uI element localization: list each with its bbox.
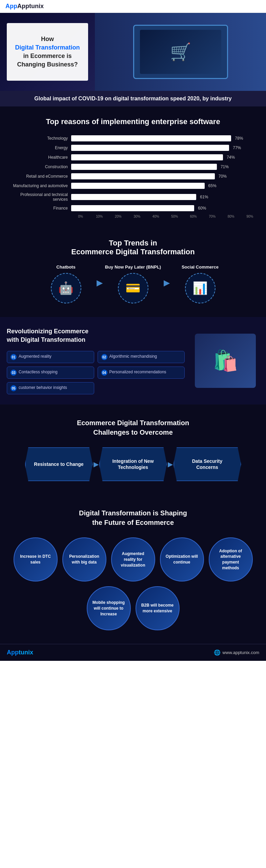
bar-chart: Technology 78% Energy 77% Healthcare 74%… bbox=[7, 135, 259, 211]
bar-fill: 78% bbox=[71, 135, 231, 141]
bar-label: Energy bbox=[10, 145, 71, 150]
bar-fill: 65% bbox=[71, 183, 205, 189]
challenge-text: Resistance to Change bbox=[27, 461, 90, 467]
bar-container: 65% bbox=[71, 183, 256, 189]
challenges-title: Ecommerce Digital TransformationChalleng… bbox=[7, 418, 259, 437]
hero-background: 🛒 bbox=[95, 13, 266, 91]
future-section: Digital Transformation is Shapingthe Fut… bbox=[0, 495, 266, 644]
trend-circle: 🤖 bbox=[51, 273, 81, 303]
challenge-item: Integration of New Technologies bbox=[99, 447, 167, 481]
bar-fill: 61% bbox=[71, 194, 196, 200]
revolution-right: 🛍️ bbox=[191, 327, 259, 394]
footer-url: 🌐 www.apptunix.com bbox=[214, 649, 259, 656]
axis-label: 20% bbox=[109, 215, 128, 218]
future-circle-text: Increase in DTC sales bbox=[19, 554, 52, 565]
trend-circle: 💳 bbox=[118, 273, 148, 303]
revolution-title: Revolutionizing Ecommercewith Digital Tr… bbox=[7, 327, 185, 344]
revolution-grid: 01 Augmented reality 02 Algorithmic merc… bbox=[7, 351, 185, 394]
bar-container: 61% bbox=[71, 194, 256, 200]
bar-label: Finance bbox=[10, 206, 71, 211]
axis-label: 80% bbox=[222, 215, 241, 218]
rev-text: Contactless shopping bbox=[19, 370, 58, 375]
future-title: Digital Transformation is Shapingthe Fut… bbox=[7, 508, 259, 527]
logo-accent: App bbox=[5, 3, 17, 9]
challenge-shape: Resistance to Change bbox=[25, 447, 93, 481]
shopping-visual: 🛍️ bbox=[195, 334, 256, 388]
bar-pct: 71% bbox=[221, 164, 229, 170]
future-circle-text: Adoption of alternative payment methods bbox=[214, 548, 247, 571]
footer: Apptunix 🌐 www.apptunix.com bbox=[0, 644, 266, 661]
future-circle: Adoption of alternative payment methods bbox=[209, 537, 253, 581]
challenges-section: Ecommerce Digital TransformationChalleng… bbox=[0, 405, 266, 495]
bar-container: 77% bbox=[71, 145, 256, 151]
axis-label: 10% bbox=[90, 215, 109, 218]
challenge-shape: Integration of New Technologies bbox=[99, 447, 167, 481]
revolution-item: 02 Algorithmic merchandising bbox=[98, 351, 185, 363]
laptop-shape: 🛒 bbox=[133, 25, 228, 79]
trend-label: Buy Now Pay Later (BNPL) bbox=[105, 264, 161, 270]
rev-text: Augmented reality bbox=[19, 354, 52, 359]
axis-label: 60% bbox=[184, 215, 203, 218]
axis-label: 40% bbox=[146, 215, 165, 218]
bar-label: Technology bbox=[10, 136, 71, 141]
future-circle: B2B will become more extensive bbox=[136, 586, 180, 630]
challenge-item: Resistance to Change bbox=[25, 447, 93, 481]
future-circle-text: Mobile shopping will continue to Increas… bbox=[92, 600, 125, 617]
hero-text-box: How Digital Transformation in Ecommerce … bbox=[7, 23, 88, 81]
revolution-item: 05 customer behavior insights bbox=[7, 382, 94, 394]
laptop-screen: 🛒 bbox=[140, 30, 221, 74]
trend-label: Chatbots bbox=[56, 264, 75, 270]
bar-pct: 78% bbox=[235, 135, 243, 141]
bar-row: Construction 71% bbox=[10, 164, 256, 170]
trend-item: Buy Now Pay Later (BNPL) 💳 bbox=[103, 264, 164, 303]
globe-icon: 🌐 bbox=[214, 649, 221, 656]
revolution-section: Revolutionizing Ecommercewith Digital Tr… bbox=[0, 317, 266, 405]
bar-row: Healthcare 74% bbox=[10, 154, 256, 160]
bar-container: 78% bbox=[71, 135, 256, 141]
laptop-visual: 🛒 bbox=[95, 13, 266, 91]
future-circle: Mobile shopping will continue to Increas… bbox=[87, 586, 131, 630]
trend-icon: 💳 bbox=[125, 281, 141, 295]
bar-row: Manufacturing and automotive 65% bbox=[10, 183, 256, 189]
rev-text: Personalized recommendations bbox=[109, 370, 166, 375]
bar-label: Retail and eCommerce bbox=[10, 174, 71, 179]
bar-fill: 60% bbox=[71, 205, 194, 211]
revolution-item: 01 Augmented reality bbox=[7, 351, 94, 363]
trend-item: Chatbots 🤖 bbox=[36, 264, 97, 303]
axis-label: 90% bbox=[241, 215, 260, 218]
header-logo: AppApptunix bbox=[5, 3, 44, 10]
hero-title: How Digital Transformation in Ecommerce … bbox=[15, 35, 80, 69]
bar-label: Healthcare bbox=[10, 155, 71, 160]
rev-num: 02 bbox=[101, 354, 107, 360]
bar-pct: 74% bbox=[227, 154, 235, 160]
challenge-arrow: ▶ bbox=[168, 460, 173, 468]
trend-arrow: ▶ bbox=[97, 278, 103, 288]
header: AppApptunix bbox=[0, 0, 266, 13]
challenges-row: Resistance to Change ▶ Integration of Ne… bbox=[7, 447, 259, 481]
challenge-item: Data Security Concerns bbox=[173, 447, 241, 481]
bar-container: 71% bbox=[71, 164, 256, 170]
bar-fill: 71% bbox=[71, 164, 217, 170]
future-circle: Increase in DTC sales bbox=[14, 537, 58, 581]
future-circle-text: B2B will become more extensive bbox=[141, 603, 174, 614]
bar-chart-title: Top reasons of implementing enterprise s… bbox=[7, 117, 259, 127]
trend-icon: 🤖 bbox=[58, 281, 74, 295]
cart-icon: 🛒 bbox=[170, 42, 191, 62]
axis-label: 50% bbox=[165, 215, 184, 218]
bar-pct: 60% bbox=[198, 205, 206, 211]
bar-pct: 61% bbox=[200, 194, 208, 200]
rev-num: 03 bbox=[11, 370, 17, 376]
trend-label: Social Commerce bbox=[182, 264, 219, 270]
bar-fill: 77% bbox=[71, 145, 229, 151]
future-circle: Augmented reality for visualization bbox=[111, 537, 155, 581]
footer-logo: Apptunix bbox=[7, 649, 33, 656]
revolution-item: 03 Contactless shopping bbox=[7, 367, 94, 379]
future-circle-text: Augmented reality for visualization bbox=[117, 551, 150, 568]
future-circle-text: Optimization will continue bbox=[165, 554, 199, 565]
challenge-text: Integration of New Technologies bbox=[100, 458, 166, 470]
trend-arrow: ▶ bbox=[164, 278, 170, 288]
bar-container: 70% bbox=[71, 173, 256, 179]
rev-num: 05 bbox=[11, 385, 17, 391]
bar-axis: 0%10%20%30%40%50%60%70%80%90% bbox=[7, 215, 259, 218]
rev-num: 01 bbox=[11, 354, 17, 360]
